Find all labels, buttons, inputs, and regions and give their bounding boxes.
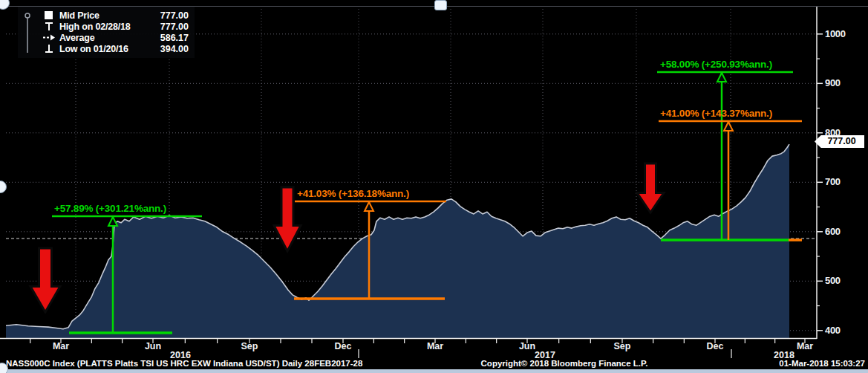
legend-row-high: High on 02/28/18 777.00 bbox=[43, 21, 189, 32]
security-description: NASS000C Index (PLATTS Platts TSI US HRC… bbox=[6, 359, 362, 368]
legend-label: Mid Price bbox=[59, 10, 157, 21]
annotation-up-arrowhead bbox=[717, 73, 726, 82]
legend-label: Low on 01/20/16 bbox=[59, 44, 157, 54]
red-down-arrow bbox=[637, 163, 664, 213]
chart-legend: Mid Price 777.00 High on 02/28/18 777.00… bbox=[18, 7, 195, 58]
selection-handle-top-center[interactable] bbox=[434, 0, 447, 10]
document-background-strip bbox=[0, 369, 868, 373]
high-t-icon bbox=[43, 22, 56, 31]
red-down-arrow bbox=[30, 248, 60, 312]
price-area bbox=[6, 144, 789, 339]
legend-value: 394.00 bbox=[160, 44, 189, 54]
annotation-up-arrowhead bbox=[724, 122, 733, 131]
average-dash-icon bbox=[43, 33, 56, 42]
status-bar: NASS000C Index (PLATTS Platts TSI US HRC… bbox=[0, 358, 868, 369]
mid-price-square-icon bbox=[43, 10, 56, 20]
legend-row-mid-price: Mid Price 777.00 bbox=[43, 10, 189, 21]
legend-label: Average bbox=[59, 33, 157, 43]
legend-value: 777.00 bbox=[160, 10, 189, 21]
low-t-icon bbox=[43, 44, 56, 53]
legend-value: 777.00 bbox=[160, 22, 189, 32]
copyright-text: Copyright© 2018 Bloomberg Finance L.P. bbox=[446, 359, 683, 368]
legend-rail bbox=[22, 11, 33, 56]
last-price-tag: 777.00 bbox=[815, 135, 864, 148]
legend-row-low: Low on 01/20/16 394.00 bbox=[43, 43, 189, 54]
bloomberg-chart-image[interactable]: Mid Price 777.00 High on 02/28/18 777.00… bbox=[0, 0, 868, 373]
legend-row-average: Average 586.17 bbox=[43, 32, 189, 43]
legend-value: 586.17 bbox=[160, 33, 189, 43]
annotation-up-arrowhead bbox=[365, 202, 373, 211]
timestamp-text: 01-Mar-2018 15:03:27 bbox=[779, 359, 865, 368]
red-down-arrow bbox=[274, 187, 301, 251]
annotation-up-arrowhead bbox=[108, 217, 117, 226]
legend-label: High on 02/28/18 bbox=[59, 22, 157, 32]
